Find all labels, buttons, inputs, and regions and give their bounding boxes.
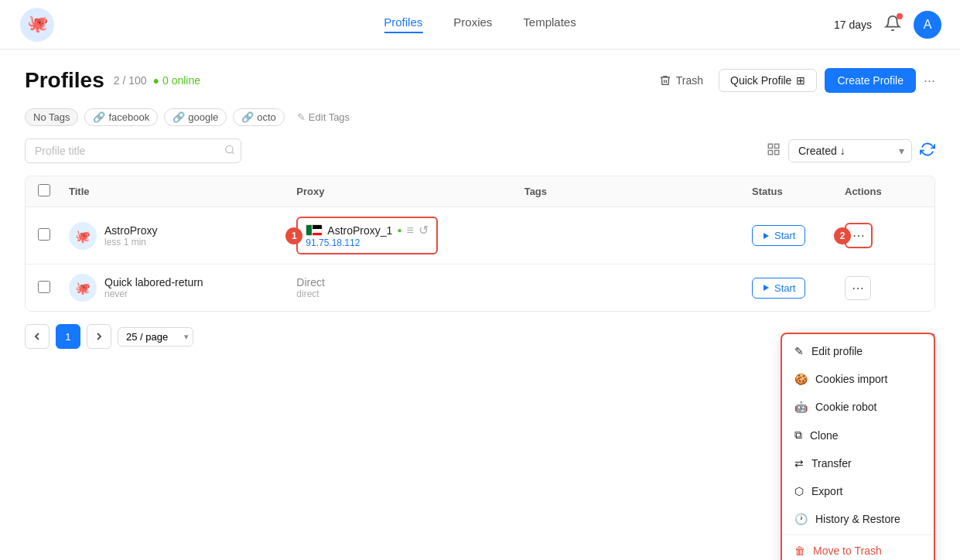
row1-proxy-refresh-icon[interactable]: ↺ bbox=[419, 223, 429, 237]
nav-templates[interactable]: Templates bbox=[523, 15, 576, 33]
tag-google-label: google bbox=[188, 111, 218, 123]
svg-rect-13 bbox=[312, 225, 313, 236]
prev-page-button[interactable] bbox=[25, 324, 50, 349]
row1-proxy-box: AstroProxy_1 ● ≡ ↺ 91.75.18.112 bbox=[296, 217, 437, 254]
nav-proxies[interactable]: Proxies bbox=[453, 15, 492, 33]
row2-checkbox[interactable] bbox=[38, 281, 50, 293]
tag-link-icon2: 🔗 bbox=[173, 111, 185, 123]
svg-text:🐙: 🐙 bbox=[27, 13, 49, 34]
tag-link-icon3: 🔗 bbox=[241, 111, 254, 123]
row1-proxy-inner: AstroProxy_1 ● ≡ ↺ bbox=[306, 223, 428, 237]
dropdown-cookies-import[interactable]: 🍪 Cookies import bbox=[782, 365, 934, 367]
row1-checkbox[interactable] bbox=[38, 228, 50, 241]
svg-text:🐙: 🐙 bbox=[75, 281, 91, 295]
logo-icon[interactable]: 🐙 bbox=[19, 6, 56, 43]
header: 🐙 Profiles Proxies Templates 17 days A bbox=[0, 0, 960, 50]
create-profile-button[interactable]: Create Profile bbox=[825, 68, 916, 93]
per-page-wrap: 25 / page 50 / page 100 / page ▾ bbox=[118, 327, 193, 347]
user-avatar[interactable]: A bbox=[914, 11, 941, 39]
header-actions: Actions bbox=[845, 186, 922, 197]
edit-tags[interactable]: ✎ Edit Tags bbox=[291, 109, 356, 125]
create-profile-label: Create Profile bbox=[837, 74, 904, 87]
search-input[interactable] bbox=[25, 138, 241, 163]
svg-rect-6 bbox=[775, 150, 779, 154]
sort-select[interactable]: Created ↓ Created ↑ Title A-Z Title Z-A bbox=[788, 139, 912, 162]
filters-right: Created ↓ Created ↑ Title A-Z Title Z-A … bbox=[767, 139, 935, 162]
title-actions: Trash Quick Profile ⊞ Create Profile ··· bbox=[651, 68, 935, 93]
row1-start-button[interactable]: Start bbox=[752, 225, 805, 246]
row1-status-cell: Start bbox=[752, 225, 845, 246]
play-icon bbox=[762, 232, 770, 240]
header-checkbox-cell bbox=[38, 184, 69, 199]
table-header: Title Proxy Tags Status Actions bbox=[26, 176, 934, 207]
row1-profile-info: AstroProxy less 1 min bbox=[104, 224, 157, 248]
row1-proxy-status-dot: ● bbox=[397, 226, 401, 234]
days-badge: 17 days bbox=[834, 19, 872, 31]
svg-marker-17 bbox=[764, 285, 769, 291]
profiles-table: Title Proxy Tags Status Actions 🐙 AstroP… bbox=[25, 176, 935, 312]
quick-profile-button[interactable]: Quick Profile ⊞ bbox=[719, 69, 817, 92]
row2-more-button[interactable]: ⋯ bbox=[845, 276, 871, 300]
actions-dropdown-menu: ✎ Edit profile 🍪 Cookies import 🤖 Cookie… bbox=[781, 333, 935, 367]
header-proxy: Proxy bbox=[296, 186, 524, 197]
row2-start-label: Start bbox=[774, 282, 795, 294]
tag-octo[interactable]: 🔗 octo bbox=[233, 108, 285, 126]
row1-avatar: 🐙 bbox=[69, 222, 97, 250]
header-tags: Tags bbox=[524, 186, 752, 197]
row2-profile-time: never bbox=[104, 289, 203, 299]
tag-no-tags[interactable]: No Tags bbox=[25, 108, 78, 126]
row1-checkbox-cell bbox=[38, 228, 69, 243]
tag-google[interactable]: 🔗 google bbox=[164, 108, 227, 126]
header-right: 17 days A bbox=[834, 11, 941, 39]
search-icon[interactable] bbox=[224, 145, 235, 158]
filters-row: Created ↓ Created ↑ Title A-Z Title Z-A … bbox=[25, 138, 935, 163]
edit-tags-label: Edit Tags bbox=[309, 111, 350, 123]
row1-more-wrap: 2 ⋯ bbox=[845, 223, 873, 248]
table-row: 🐙 Quick labored-return never Direct dire… bbox=[26, 265, 934, 311]
trash-label: Trash bbox=[676, 74, 703, 87]
row1-actions-cell: 2 ⋯ bbox=[845, 223, 922, 248]
quick-profile-label: Quick Profile bbox=[730, 74, 791, 87]
select-all-checkbox[interactable] bbox=[38, 184, 50, 196]
svg-rect-4 bbox=[775, 144, 779, 148]
chevron-left-icon bbox=[32, 332, 42, 341]
row2-profile-cell: 🐙 Quick labored-return never bbox=[69, 274, 296, 302]
row2-start-button[interactable]: Start bbox=[752, 278, 805, 299]
row2-actions-cell: ⋯ bbox=[845, 276, 922, 300]
row1-profile-time: less 1 min bbox=[104, 237, 157, 248]
row1-proxy-name: AstroProxy_1 bbox=[327, 224, 392, 237]
windows-icon: ⊞ bbox=[796, 74, 805, 87]
row1-profile-name: AstroProxy bbox=[104, 224, 157, 237]
row2-status-cell: Start bbox=[752, 278, 845, 299]
online-dot: ● bbox=[153, 74, 159, 87]
svg-rect-3 bbox=[768, 144, 772, 148]
tag-facebook-label: facebook bbox=[108, 111, 149, 123]
tag-octo-label: octo bbox=[257, 111, 276, 123]
online-badge: 0 online bbox=[162, 74, 200, 87]
dropdown-edit-profile[interactable]: ✎ Edit profile bbox=[782, 337, 934, 365]
step-2-badge: 2 bbox=[834, 227, 851, 244]
row2-avatar: 🐙 bbox=[69, 274, 97, 302]
row1-proxy-ip: 91.75.18.112 bbox=[306, 237, 428, 248]
nav-profiles[interactable]: Profiles bbox=[384, 15, 422, 33]
trash-button[interactable]: Trash bbox=[651, 70, 711, 91]
page-1-button[interactable]: 1 bbox=[56, 324, 80, 349]
per-page-select[interactable]: 25 / page 50 / page 100 / page bbox=[118, 327, 193, 347]
grid-view-icon[interactable] bbox=[767, 142, 781, 160]
row1-proxy-cell: 1 bbox=[296, 217, 524, 254]
svg-rect-10 bbox=[312, 225, 323, 229]
edit-icon: ✎ bbox=[297, 111, 306, 123]
row2-proxy-name: Direct bbox=[296, 276, 524, 289]
page-content: Profiles 2 / 100 ● 0 online Trash Quick … bbox=[0, 50, 960, 367]
more-options-button[interactable]: ··· bbox=[924, 73, 935, 89]
svg-rect-5 bbox=[768, 150, 772, 154]
refresh-button[interactable] bbox=[920, 142, 935, 161]
edit-profile-label: Edit profile bbox=[811, 345, 863, 357]
notification-bell-icon[interactable] bbox=[884, 15, 901, 34]
row1-proxy-edit-icon[interactable]: ≡ bbox=[406, 224, 413, 237]
edit-profile-icon: ✎ bbox=[794, 345, 804, 357]
svg-rect-12 bbox=[312, 233, 323, 236]
page-title: Profiles bbox=[25, 68, 104, 93]
tag-facebook[interactable]: 🔗 facebook bbox=[84, 108, 158, 126]
next-page-button[interactable] bbox=[87, 324, 111, 349]
